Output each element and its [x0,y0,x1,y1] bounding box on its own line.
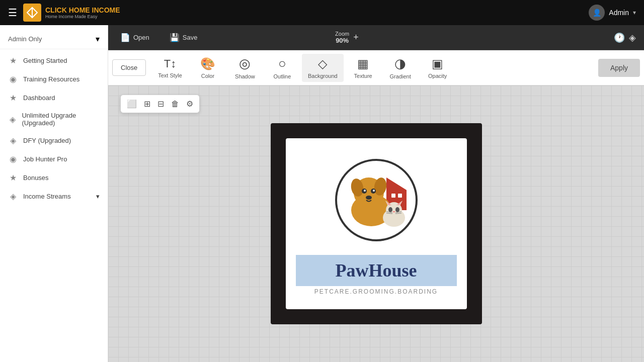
shadow-label: Shadow [235,73,255,79]
svg-point-14 [364,190,366,192]
svg-rect-7 [398,194,402,198]
texture-icon: ▦ [357,57,369,71]
brand-name-band: PawHouse [296,255,457,286]
logo-area: CLICK HOME INCOME Home Income Made Easy [23,4,120,22]
ft-duplicate-button[interactable]: ⬜ [124,97,140,111]
sidebar-item-getting-started[interactable]: ★ Getting Started [0,51,108,70]
zoom-text: Zoom 90% [335,31,349,44]
format-shadow[interactable]: ◎ Shadow [227,53,263,82]
sidebar-admin-label: Admin Only [8,35,42,43]
brand-name: PawHouse [306,260,447,281]
income-streams-arrow: ▾ [96,193,100,200]
gradient-icon: ◑ [394,56,406,71]
color-label: Color [201,73,214,79]
svg-point-16 [366,196,372,200]
dashboard-icon: ★ [8,93,18,103]
logo-card-container[interactable]: PawHouse PETCARE.GROOMING.BOARDING [271,123,482,324]
top-bar-right: 👤 Admin ▾ [589,5,636,21]
zoom-area: Zoom 90% + [335,31,359,44]
sidebar-label-job-hunter-pro: Job Hunter Pro [23,155,67,163]
sidebar: Admin Only ▾ ★ Getting Started ◉ Trainin… [0,25,108,362]
avatar: 👤 [589,5,605,21]
svg-point-24 [395,207,399,212]
logo-card: PawHouse PETCARE.GROOMING.BOARDING [286,138,467,309]
apply-button[interactable]: Apply [598,59,640,77]
zoom-plus-button[interactable]: + [353,32,359,43]
open-icon: 📄 [120,33,130,42]
opacity-label: Opacity [428,73,447,79]
svg-point-15 [373,190,375,192]
opacity-icon: ▣ [432,57,443,71]
outline-label: Outline [274,73,291,79]
logo-subtext: Home Income Made Easy [45,14,120,19]
brand-tagline: PETCARE.GROOMING.BOARDING [314,288,438,295]
ft-delete-button[interactable]: 🗑 [168,98,182,111]
canvas-area: ⬜ ⊞ ⊟ 🗑 ⚙ [108,85,644,362]
hamburger-menu[interactable]: ☰ [8,7,17,19]
getting-started-icon: ★ [8,56,18,65]
svg-point-23 [388,207,392,212]
pet-logo-svg [326,152,427,253]
logo-text-area: CLICK HOME INCOME Home Income Made Easy [45,6,120,20]
shadow-icon: ◎ [239,56,251,71]
unlimited-upgrade-icon: ◈ [8,115,17,124]
main-layout: Admin Only ▾ ★ Getting Started ◉ Trainin… [0,25,644,362]
bonuses-icon: ★ [8,173,18,183]
format-texture[interactable]: ▦ Texture [346,54,381,82]
open-button[interactable]: 📄 Open [116,31,153,44]
logo-text: CLICK HOME INCOME [45,6,120,15]
admin-dropdown-arrow[interactable]: ▾ [633,9,636,16]
format-background[interactable]: ◇ Background [302,54,344,82]
outline-icon: ○ [278,56,286,71]
format-text-style[interactable]: T↕ Text Style [152,54,188,81]
sidebar-item-unlimited-upgrade[interactable]: ◈ Unlimited Upgrade (Upgraded) [0,107,108,131]
sidebar-admin-section[interactable]: Admin Only ▾ [0,29,108,49]
ft-settings-button[interactable]: ⚙ [183,97,196,111]
open-label: Open [133,34,149,41]
sidebar-item-income-streams[interactable]: ◈ Income Streams ▾ [0,187,108,206]
content-area: 📄 Open 💾 Save Zoom 90% + 🕐 ◈ Close [108,25,644,362]
history-icon[interactable]: 🕐 [614,32,625,43]
format-bar: Close T↕ Text Style 🎨 Color ◎ Shadow ○ O… [108,50,644,85]
texture-label: Texture [354,73,372,79]
sidebar-label-getting-started: Getting Started [23,57,67,64]
text-style-label: Text Style [158,72,182,78]
editor-toolbar: 📄 Open 💾 Save Zoom 90% + 🕐 ◈ [108,25,644,50]
gradient-label: Gradient [390,73,411,79]
sidebar-item-dashboard[interactable]: ★ Dashboard [0,88,108,107]
save-icon: 💾 [170,33,180,42]
training-resources-icon: ◉ [8,74,18,84]
format-outline[interactable]: ○ Outline [265,53,300,82]
admin-label: Admin [609,9,629,17]
format-opacity[interactable]: ▣ Opacity [420,54,455,82]
sidebar-admin-arrow: ▾ [96,34,100,44]
background-label: Background [308,73,338,79]
job-hunter-pro-icon: ◉ [8,154,18,164]
sidebar-label-income-streams: Income Streams [23,193,71,200]
sidebar-label-unlimited-upgrade: Unlimited Upgrade (Upgraded) [22,112,100,127]
sidebar-item-training-resources[interactable]: ◉ Training Resources [0,70,108,88]
svg-rect-6 [391,194,395,198]
background-icon: ◇ [318,57,327,71]
dfy-upgraded-icon: ◈ [8,136,18,145]
ft-align-button[interactable]: ⊞ [141,97,153,111]
income-streams-left: ◈ Income Streams [8,192,71,201]
ft-crop-button[interactable]: ⊟ [154,97,167,111]
sidebar-label-bonuses: Bonuses [23,174,49,182]
sidebar-label-dashboard: Dashboard [23,94,55,102]
floating-toolbar: ⬜ ⊞ ⊟ 🗑 ⚙ [120,95,200,113]
zoom-label: Zoom [335,31,349,37]
format-gradient[interactable]: ◑ Gradient [383,53,418,82]
sidebar-item-bonuses[interactable]: ★ Bonuses [0,168,108,187]
save-button[interactable]: 💾 Save [166,31,202,44]
zoom-value: 90% [335,37,349,44]
sidebar-item-dfy-upgraded[interactable]: ◈ DFY (Upgraded) [0,131,108,150]
toolbar-right-icons: 🕐 ◈ [614,32,636,43]
format-color[interactable]: 🎨 Color [190,54,225,82]
text-style-icon: T↕ [164,57,176,70]
close-button[interactable]: Close [112,59,146,76]
logo-icon [23,4,41,22]
sidebar-item-job-hunter-pro[interactable]: ◉ Job Hunter Pro [0,150,108,168]
layers-icon[interactable]: ◈ [629,32,636,43]
income-streams-icon: ◈ [8,192,18,201]
